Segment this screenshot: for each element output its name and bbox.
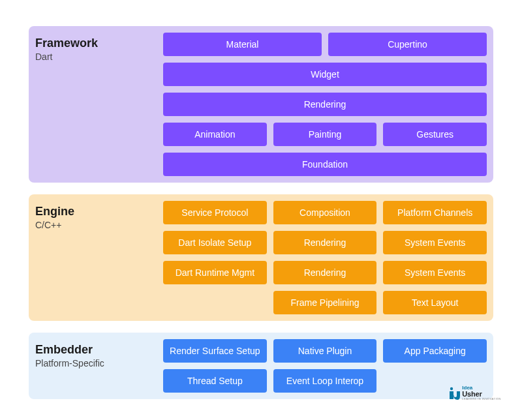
framework-subtitle: Dart: [35, 52, 163, 62]
engine-title: Engine: [35, 205, 163, 218]
engine-box-dart-isolate-setup: Dart Isolate Setup: [163, 231, 267, 254]
engine-box-composition: Composition: [273, 201, 377, 224]
embedder-box-event-loop-interop: Event Loop Interop: [273, 369, 377, 393]
svg-point-0: [450, 387, 453, 389]
embedder-box-native-plugin: Native Plugin: [273, 339, 377, 363]
framework-box-foundation: Foundation: [163, 153, 487, 176]
svg-rect-1: [450, 391, 453, 399]
embedder-layer: Embedder Platform-Specific Render Surfac…: [29, 333, 493, 399]
engine-box-text-layout: Text Layout: [383, 291, 487, 314]
engine-box-rendering-2: Rendering: [273, 261, 377, 284]
engine-layer: Engine C/C++ Service Protocol Compositio…: [29, 194, 493, 321]
logo-tagline: LEADERS IN INNOVATION: [462, 398, 501, 400]
logo: Idea Usher LEADERS IN INNOVATION: [448, 385, 501, 400]
engine-box-system-events-2: System Events: [383, 261, 487, 284]
framework-box-material: Material: [163, 33, 322, 56]
embedder-box-app-packaging: App Packaging: [383, 339, 487, 363]
engine-box-system-events-1: System Events: [383, 231, 487, 254]
engine-box-service-protocol: Service Protocol: [163, 201, 267, 224]
engine-box-frame-pipelining: Frame Pipelining: [273, 291, 377, 314]
engine-subtitle: C/C++: [35, 220, 163, 230]
framework-box-cupertino: Cupertino: [328, 33, 487, 56]
framework-content: Material Cupertino Widget Rendering Anim…: [163, 33, 487, 176]
framework-label: Framework Dart: [35, 33, 163, 176]
framework-box-animation: Animation: [163, 123, 267, 146]
engine-content: Service Protocol Composition Platform Ch…: [163, 201, 487, 314]
embedder-content: Render Surface Setup Native Plugin App P…: [163, 339, 487, 393]
framework-box-rendering: Rendering: [163, 93, 487, 116]
framework-box-gestures: Gestures: [383, 123, 487, 146]
framework-box-painting: Painting: [273, 123, 377, 146]
embedder-title: Embedder: [35, 343, 163, 357]
engine-box-dart-runtime-mgmt: Dart Runtime Mgmt: [163, 261, 267, 284]
embedder-box-render-surface-setup: Render Surface Setup: [163, 339, 267, 363]
framework-title: Framework: [35, 37, 163, 50]
embedder-label: Embedder Platform-Specific: [35, 339, 163, 393]
framework-layer: Framework Dart Material Cupertino Widget…: [29, 26, 493, 183]
framework-box-widget: Widget: [163, 63, 487, 86]
engine-box-platform-channels: Platform Channels: [383, 201, 487, 224]
logo-mark-icon: [448, 387, 460, 400]
engine-box-rendering-1: Rendering: [273, 231, 377, 254]
embedder-box-thread-setup: Thread Setup: [163, 369, 267, 393]
embedder-subtitle: Platform-Specific: [35, 358, 163, 368]
engine-label: Engine C/C++: [35, 201, 163, 314]
logo-text: Idea Usher LEADERS IN INNOVATION: [462, 385, 501, 400]
